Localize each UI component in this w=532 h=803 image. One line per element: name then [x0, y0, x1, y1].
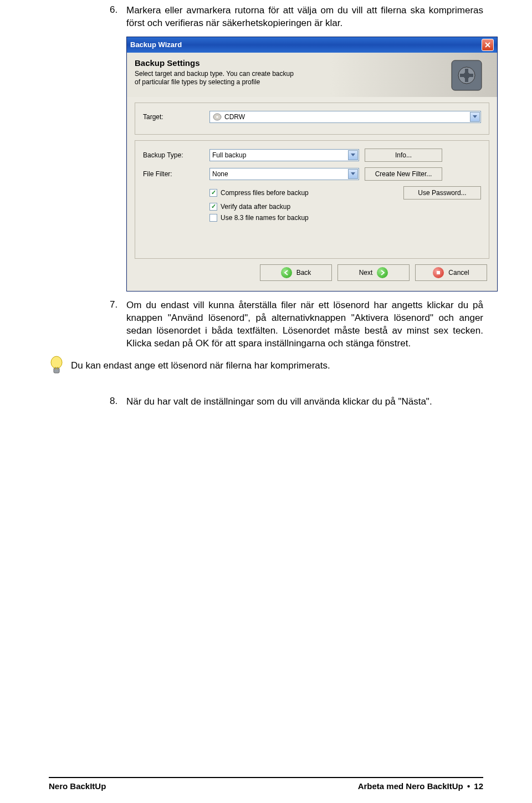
next-button-label: Next [359, 269, 373, 277]
list-item-6: 6. Markera eller avmarkera rutorna för a… [110, 4, 483, 30]
footer-right: Arbeta med Nero BackItUp • 12 [358, 781, 483, 791]
backup-wizard-dialog: Backup Wizard Backup Settings Select tar… [126, 37, 498, 291]
target-select[interactable]: CDRW [209, 111, 481, 123]
back-button-label: Back [296, 269, 311, 277]
list-item-8: 8. När du har valt de inställningar som … [110, 396, 483, 408]
use-password-button[interactable]: Use Password... [403, 186, 481, 200]
note-text: Du kan endast ange ett lösenord när file… [71, 357, 330, 371]
verify-checkbox-label: Verify data after backup [221, 203, 290, 211]
list-text: Om du endast vill kunna återställa filer… [126, 299, 483, 350]
titlebar: Backup Wizard [127, 37, 497, 53]
window-title: Backup Wizard [130, 40, 182, 49]
create-filter-button[interactable]: Create New Filter... [365, 167, 442, 181]
arrow-right-icon [377, 267, 388, 278]
compress-checkbox[interactable] [209, 189, 217, 197]
dropdown-arrow-icon [348, 150, 358, 160]
svg-point-8 [51, 356, 62, 369]
svg-rect-7 [437, 271, 440, 274]
backup-type-label: Backup Type: [143, 151, 204, 159]
cancel-button[interactable]: Cancel [415, 264, 487, 281]
backup-options-group: Backup Type: Full backup Info... File Fi… [135, 140, 489, 259]
back-button[interactable]: Back [260, 264, 332, 281]
cancel-button-label: Cancel [448, 269, 469, 277]
disc-icon [212, 113, 222, 121]
file-filter-select[interactable]: None [209, 168, 359, 180]
dropdown-arrow-icon [470, 112, 480, 122]
target-value: CDRW [224, 113, 245, 121]
backup-type-value: Full backup [212, 151, 246, 159]
list-marker: 7. [110, 299, 126, 350]
wizard-header-subtitle: Select target and backup type. You can c… [135, 70, 301, 87]
list-text: När du har valt de inställningar som du … [126, 396, 432, 408]
use83-checkbox-label: Use 8.3 file names for backup [221, 214, 309, 222]
list-marker: 6. [110, 4, 126, 30]
svg-point-6 [216, 116, 218, 117]
close-icon [484, 42, 491, 48]
footer-divider [49, 777, 483, 778]
dropdown-arrow-icon [348, 169, 358, 179]
list-text: Markera eller avmarkera rutorna för att … [126, 4, 483, 30]
footer-left: Nero BackItUp [49, 781, 106, 791]
list-item-7: 7. Om du endast vill kunna återställa fi… [110, 299, 483, 350]
wizard-header: Backup Settings Select target and backup… [127, 53, 497, 97]
file-filter-value: None [212, 170, 228, 178]
use83-checkbox[interactable] [209, 214, 217, 222]
list-marker: 8. [110, 396, 126, 408]
close-button[interactable] [482, 39, 494, 51]
safe-icon [448, 57, 485, 94]
target-group: Target: CDRW [135, 103, 489, 135]
svg-rect-9 [54, 368, 59, 373]
cancel-icon [433, 267, 444, 278]
arrow-left-icon [281, 267, 292, 278]
verify-checkbox[interactable] [209, 203, 217, 211]
info-button[interactable]: Info... [365, 149, 442, 162]
next-button[interactable]: Next [337, 264, 410, 281]
page-footer: Nero BackItUp Arbeta med Nero BackItUp •… [0, 777, 532, 791]
backup-type-select[interactable]: Full backup [209, 149, 359, 161]
target-label: Target: [143, 113, 204, 121]
wizard-header-title: Backup Settings [135, 58, 489, 68]
compress-checkbox-label: Compress files before backup [221, 189, 400, 197]
lightbulb-icon [49, 355, 71, 379]
svg-rect-4 [460, 74, 473, 77]
note-callout: Du kan endast ange ett lösenord när file… [49, 357, 483, 379]
file-filter-label: File Filter: [143, 170, 204, 178]
